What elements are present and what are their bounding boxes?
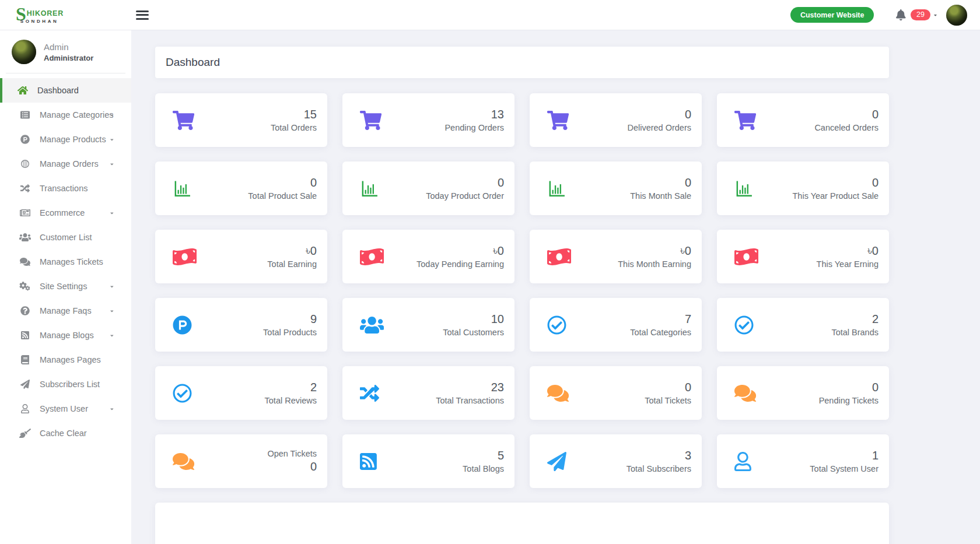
stat-value: 2 <box>872 313 878 326</box>
stat-label: Total Brands <box>831 328 878 337</box>
brand-subname: SONDHAN <box>20 19 64 24</box>
rss-icon <box>19 331 31 340</box>
sidebar-item-label: Cache Clear <box>40 429 87 438</box>
stat-label: Total System User <box>810 464 878 473</box>
stat-label: Delivered Orders <box>627 123 691 132</box>
stat-card-this-year-erning: ৳0 This Year Erning <box>717 230 889 283</box>
sidebar-item-subscribers-list[interactable]: Subscribers List <box>0 372 131 396</box>
stat-card-open-tickets: 0 Open Tickets <box>155 434 327 488</box>
stat-label: Pending Tickets <box>819 396 878 405</box>
user-role: Administrator <box>44 54 93 62</box>
stat-value: 23 <box>491 381 504 394</box>
money-icon <box>173 247 197 266</box>
users-icon <box>360 315 384 335</box>
stat-card-delivered-orders: 0 Delivered Orders <box>530 93 702 147</box>
panel-card-partial <box>155 503 889 544</box>
stat-value: 0 <box>685 381 691 394</box>
newspaper-icon <box>19 208 31 217</box>
product-icon <box>19 135 31 144</box>
paper-plane-icon <box>547 452 566 471</box>
sidebar-item-manages-tickets[interactable]: Manages Tickets <box>0 250 131 274</box>
sidebar-item-manage-faqs[interactable]: Manage Faqs <box>0 299 131 323</box>
stat-card-total-earning: ৳0 Total Earning <box>155 230 327 283</box>
sidebar-item-manage-products[interactable]: Manage Products <box>0 127 131 152</box>
sidebar-item-manages-pages[interactable]: Manages Pages <box>0 348 131 372</box>
brand-logo[interactable]: S HIKORER SONDHAN <box>16 6 64 24</box>
broom-icon <box>19 429 31 438</box>
sidebar-menu: Dashboard Manage Categories Manage Produ… <box>0 78 131 445</box>
home-icon <box>17 86 29 95</box>
bar-chart-icon <box>734 179 754 198</box>
chevron-down-icon <box>110 284 114 289</box>
stat-label: Total Product Sale <box>248 191 317 201</box>
money-icon <box>734 247 758 266</box>
stat-value: ৳0 <box>306 244 317 258</box>
sidebar-item-system-user[interactable]: System User <box>0 396 131 421</box>
sidebar-item-manage-categories[interactable]: Manage Categories <box>0 103 131 127</box>
sidebar-item-label: Manages Tickets <box>40 257 103 266</box>
rss-icon <box>360 452 377 471</box>
avatar <box>12 40 36 64</box>
sidebar-item-site-settings[interactable]: Site Settings <box>0 274 131 299</box>
sidebar-item-manage-blogs[interactable]: Manage Blogs <box>0 323 131 348</box>
sidebar-item-transactions[interactable]: Transactions <box>0 176 131 201</box>
chevron-down-icon <box>110 406 114 412</box>
user-icon <box>734 452 751 471</box>
chevron-down-icon[interactable] <box>934 13 937 17</box>
stat-card-pending-tickets: 0 Pending Tickets <box>717 366 889 420</box>
stat-card-pending-orders: 13 Pending Orders <box>342 93 514 147</box>
stat-card-total-categories: 7 Total Categories <box>530 298 702 352</box>
comments-icon <box>734 384 756 403</box>
stat-card-this-month-earning: ৳0 This Month Earning <box>530 230 702 283</box>
stat-label: This Month Sale <box>630 191 691 201</box>
stat-label: Total Subscribers <box>626 464 691 473</box>
users-icon <box>19 233 31 242</box>
hamburger-icon[interactable] <box>136 8 150 22</box>
stat-card-total-system-user: 1 Total System User <box>717 434 889 488</box>
bell-icon[interactable] <box>896 9 906 20</box>
paper-plane-icon <box>19 380 31 389</box>
chevron-down-icon <box>110 113 114 118</box>
money-icon <box>547 247 571 266</box>
sidebar-item-label: Manage Blogs <box>40 331 94 340</box>
stat-value: 0 <box>685 176 691 189</box>
notification-badge[interactable]: 29 <box>911 9 930 21</box>
user-avatar[interactable] <box>946 5 967 26</box>
bar-chart-icon <box>173 179 192 198</box>
user-name: Admin <box>44 42 93 52</box>
chevron-down-icon <box>110 308 114 314</box>
sidebar-item-manage-orders[interactable]: Manage Orders <box>0 152 131 176</box>
page-title-card: Dashboard <box>155 47 889 78</box>
stat-card-total-reviews: 2 Total Reviews <box>155 366 327 420</box>
sidebar-item-cache-clear[interactable]: Cache Clear <box>0 421 131 445</box>
sidebar-item-customer-list[interactable]: Customer List <box>0 225 131 250</box>
list-icon <box>19 110 31 120</box>
sidebar-item-ecommerce[interactable]: Ecommerce <box>0 201 131 225</box>
stat-label: Open Tickets <box>267 449 317 458</box>
orders-icon <box>19 159 31 169</box>
product-icon <box>173 315 192 335</box>
stat-value: ৳0 <box>867 244 878 258</box>
sidebar-item-label: Manages Pages <box>40 355 101 364</box>
stat-value: 0 <box>498 176 504 189</box>
comments-icon <box>547 384 569 403</box>
divider <box>6 73 125 73</box>
gears-icon <box>19 282 31 291</box>
chevron-down-icon <box>110 162 114 167</box>
stat-label: Total Reviews <box>265 396 317 405</box>
comments-icon <box>19 257 31 266</box>
stat-card-total-blogs: 5 Total Blogs <box>342 434 514 488</box>
cart-icon <box>547 111 569 130</box>
sidebar-item-dashboard[interactable]: Dashboard <box>0 78 131 103</box>
page-title: Dashboard <box>166 56 220 69</box>
stat-label: This Year Erning <box>817 259 878 269</box>
bar-chart-icon <box>360 179 379 198</box>
cart-icon <box>173 111 194 130</box>
cart-icon <box>734 111 756 130</box>
customer-website-button[interactable]: Customer Website <box>790 7 874 23</box>
sidebar-item-label: Dashboard <box>37 86 79 95</box>
user-icon <box>19 404 31 413</box>
stat-label: Total Orders <box>271 123 317 132</box>
chevron-down-icon <box>110 210 114 216</box>
stat-label: Total Transactions <box>436 396 504 405</box>
